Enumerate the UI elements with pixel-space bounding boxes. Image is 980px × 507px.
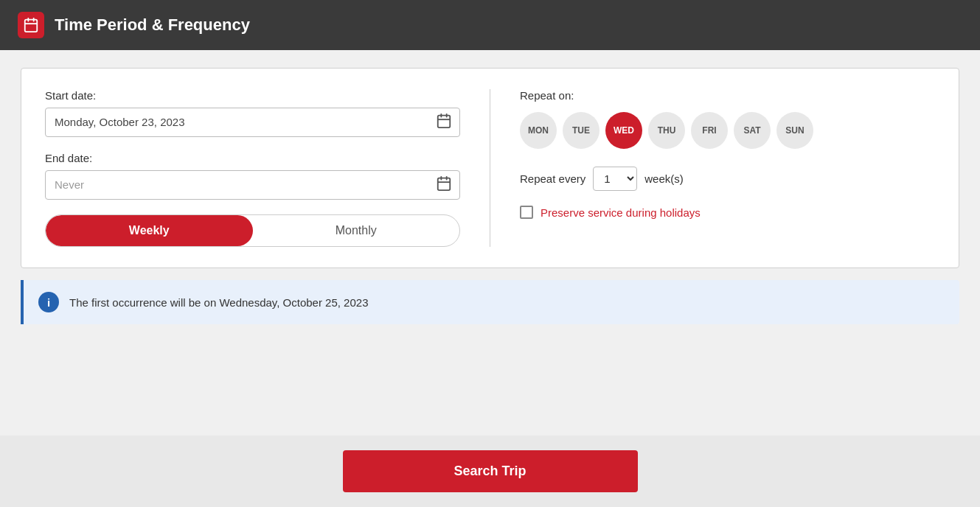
repeat-every-row: Repeat every 1 2 3 4 5 week(s) [520, 167, 935, 191]
day-selector: MON TUE WED THU FRI SAT SUN [520, 112, 935, 149]
end-date-placeholder: Never [55, 178, 84, 191]
info-icon: i [38, 292, 59, 312]
weekly-toggle-button[interactable]: Weekly [46, 215, 253, 246]
svg-rect-4 [438, 116, 451, 128]
end-date-calendar-icon[interactable] [436, 175, 452, 195]
main-content: Start date: Monday, October 23, 2023 End… [0, 50, 980, 436]
day-tue[interactable]: TUE [563, 112, 600, 149]
frequency-toggle: Weekly Monthly [45, 214, 460, 247]
repeat-every-label: Repeat every [520, 172, 585, 185]
day-sat[interactable]: SAT [734, 112, 771, 149]
preserve-holidays-row: Preserve service during holidays [520, 206, 935, 219]
left-panel: Start date: Monday, October 23, 2023 End… [45, 89, 490, 247]
search-trip-button[interactable]: Search Trip [343, 450, 638, 492]
repeat-every-select[interactable]: 1 2 3 4 5 [593, 167, 637, 191]
info-box: i The first occurrence will be on Wednes… [21, 280, 959, 324]
preserve-holidays-checkbox[interactable] [520, 206, 533, 219]
repeat-unit: week(s) [644, 172, 684, 185]
preserve-holidays-label[interactable]: Preserve service during holidays [541, 206, 701, 219]
start-date-calendar-icon[interactable] [436, 113, 452, 132]
day-wed[interactable]: WED [605, 112, 642, 149]
svg-rect-8 [438, 178, 451, 190]
day-mon[interactable]: MON [520, 112, 557, 149]
right-panel: Repeat on: MON TUE WED THU FRI SAT SUN R… [490, 89, 935, 247]
monthly-toggle-button[interactable]: Monthly [253, 215, 460, 246]
settings-card: Start date: Monday, October 23, 2023 End… [21, 68, 959, 268]
day-fri[interactable]: FRI [691, 112, 728, 149]
start-date-label: Start date: [45, 89, 460, 102]
header-icon [18, 12, 44, 38]
end-date-label: End date: [45, 152, 460, 164]
repeat-on-label: Repeat on: [520, 89, 935, 102]
svg-rect-0 [25, 20, 38, 32]
start-date-value: Monday, October 23, 2023 [55, 116, 185, 128]
page-header: Time Period & Frequency [0, 0, 980, 50]
info-text: The first occurrence will be on Wednesda… [69, 296, 369, 309]
end-date-input[interactable]: Never [45, 170, 460, 200]
day-sun[interactable]: SUN [776, 112, 813, 149]
footer: Search Trip [0, 436, 980, 507]
start-date-input[interactable]: Monday, October 23, 2023 [45, 108, 460, 137]
day-thu[interactable]: THU [648, 112, 685, 149]
page-title: Time Period & Frequency [55, 15, 250, 35]
